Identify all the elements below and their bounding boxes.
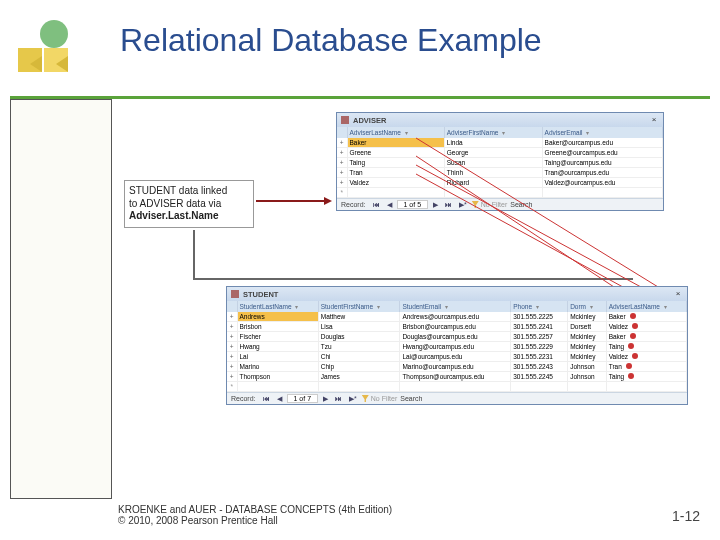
table-row[interactable]: +GreeneGeorgeGreene@ourcampus.edu (337, 148, 663, 158)
title-divider (10, 96, 710, 99)
cell: Valdez (606, 322, 686, 332)
annotation-line1: STUDENT data linked (129, 185, 227, 196)
slide-footer: KROENKE and AUER - DATABASE CONCEPTS (4t… (118, 504, 392, 526)
link-dot-icon (626, 363, 632, 369)
table-row[interactable]: +FischerDouglasDouglas@ourcampus.edu301.… (227, 332, 687, 342)
cell: Chip (318, 362, 400, 372)
cell: Tran (347, 168, 444, 178)
record-label: Record: (341, 201, 366, 208)
expand-toggle[interactable]: + (337, 178, 347, 188)
expand-toggle[interactable]: + (227, 312, 237, 322)
expand-toggle[interactable]: + (227, 362, 237, 372)
nav-new-button[interactable]: ▶* (457, 201, 469, 209)
footer-line2: © 2010, 2008 Pearson Prentice Hall (118, 515, 278, 526)
table-row[interactable]: +BrisbonLisaBrisbon@ourcampus.edu301.555… (227, 322, 687, 332)
nav-new-button[interactable]: ▶* (347, 395, 359, 403)
table-row[interactable]: +MarinoChipMarino@ourcampus.edu301.555.2… (227, 362, 687, 372)
cell: Greene@ourcampus.edu (542, 148, 662, 158)
table-row[interactable]: +AndrewsMatthewAndrews@ourcampus.edu301.… (227, 312, 687, 322)
expand-toggle[interactable]: + (337, 148, 347, 158)
annotation-key: Adviser.Last.Name (129, 210, 219, 221)
column-header[interactable]: AdviserFirstName ▾ (444, 127, 542, 138)
table-row[interactable]: +TranThinhTran@ourcampus.edu (337, 168, 663, 178)
cell: Chi (318, 352, 400, 362)
table-icon (231, 290, 239, 298)
cell: Richard (444, 178, 542, 188)
annotation-line2: to ADVISER data via (129, 198, 221, 209)
adviser-table-name: ADVISER (353, 116, 386, 125)
column-header[interactable]: StudentLastName ▾ (237, 301, 318, 312)
nav-next-button[interactable]: ▶ (431, 201, 440, 209)
search-box[interactable]: Search (510, 201, 532, 208)
cell: 301.555.2243 (511, 362, 568, 372)
table-row[interactable]: +ThompsonJamesThompson@ourcampus.edu301.… (227, 372, 687, 382)
column-header[interactable] (227, 301, 237, 312)
new-row[interactable]: * (227, 382, 687, 392)
cell: 301.555.2241 (511, 322, 568, 332)
cell: Tran (606, 362, 686, 372)
adviser-titlebar: ADVISER × (337, 113, 663, 127)
cell: Baker (347, 138, 444, 148)
table-row[interactable]: +LaiChiLai@ourcampus.edu301.555.2231Mcki… (227, 352, 687, 362)
new-row[interactable]: * (337, 188, 663, 198)
nav-prev-button[interactable]: ◀ (385, 201, 394, 209)
table-row[interactable]: +TaingSusanTaing@ourcampus.edu (337, 158, 663, 168)
cell: Andrews@ourcampus.edu (400, 312, 511, 322)
link-dot-icon (632, 323, 638, 329)
expand-toggle[interactable]: + (337, 158, 347, 168)
cell: 301.555.2257 (511, 332, 568, 342)
cell: Thompson@ourcampus.edu (400, 372, 511, 382)
cell: Tran@ourcampus.edu (542, 168, 662, 178)
adviser-table-window: ADVISER × AdviserLastName ▾AdviserFirstN… (336, 112, 664, 211)
expand-toggle[interactable]: + (227, 342, 237, 352)
slide-title: Relational Database Example (120, 22, 542, 59)
adviser-grid: AdviserLastName ▾AdviserFirstName ▾Advis… (337, 127, 663, 198)
column-header[interactable] (337, 127, 347, 138)
table-row[interactable]: +BakerLindaBaker@ourcampus.edu (337, 138, 663, 148)
column-header[interactable]: AdviserLastName ▾ (606, 301, 686, 312)
column-header[interactable]: StudentEmail ▾ (400, 301, 511, 312)
cell: Hwang@ourcampus.edu (400, 342, 511, 352)
column-header[interactable]: AdviserEmail ▾ (542, 127, 662, 138)
expand-toggle[interactable]: + (337, 138, 347, 148)
column-header[interactable]: AdviserLastName ▾ (347, 127, 444, 138)
nav-last-button[interactable]: ⏭ (443, 201, 454, 208)
student-grid: StudentLastName ▾StudentFirstName ▾Stude… (227, 301, 687, 392)
column-header[interactable]: Phone ▾ (511, 301, 568, 312)
filter-indicator[interactable]: No Filter (362, 395, 397, 402)
table-row[interactable]: +HwangTzuHwang@ourcampus.edu301.555.2229… (227, 342, 687, 352)
nav-prev-button[interactable]: ◀ (275, 395, 284, 403)
nav-last-button[interactable]: ⏭ (333, 395, 344, 402)
cell: Valdez (606, 352, 686, 362)
connector-vert (193, 230, 195, 278)
expand-toggle[interactable]: + (227, 322, 237, 332)
cell: Hwang (237, 342, 318, 352)
annotation-arrow (256, 200, 326, 202)
expand-toggle[interactable]: + (227, 352, 237, 362)
cell: Taing (606, 342, 686, 352)
table-row[interactable]: +ValdezRichardValdez@ourcampus.edu (337, 178, 663, 188)
cell: Mckinley (568, 352, 607, 362)
cell: Taing (347, 158, 444, 168)
filter-indicator[interactable]: No Filter (472, 201, 507, 208)
close-icon[interactable]: × (649, 115, 659, 125)
nav-first-button[interactable]: ⏮ (371, 201, 382, 208)
cell: Tzu (318, 342, 400, 352)
expand-toggle[interactable]: + (337, 168, 347, 178)
column-header[interactable]: Dorm ▾ (568, 301, 607, 312)
student-titlebar: STUDENT × (227, 287, 687, 301)
cell: Andrews (237, 312, 318, 322)
nav-next-button[interactable]: ▶ (321, 395, 330, 403)
expand-toggle[interactable]: + (227, 332, 237, 342)
link-dot-icon (630, 333, 636, 339)
cell: 301.555.2229 (511, 342, 568, 352)
table-icon (341, 116, 349, 124)
expand-toggle[interactable]: + (227, 372, 237, 382)
cell: Lai@ourcampus.edu (400, 352, 511, 362)
column-header[interactable]: StudentFirstName ▾ (318, 301, 400, 312)
link-dot-icon (630, 313, 636, 319)
cell: Greene (347, 148, 444, 158)
search-box[interactable]: Search (400, 395, 422, 402)
close-icon[interactable]: × (673, 289, 683, 299)
nav-first-button[interactable]: ⏮ (261, 395, 272, 402)
